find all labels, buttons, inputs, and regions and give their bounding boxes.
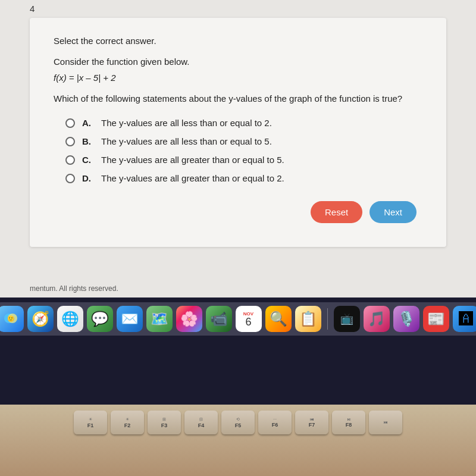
instruction-text: Select the correct answer. bbox=[54, 36, 422, 46]
option-row-d[interactable]: D. The y-values are all greater than or … bbox=[65, 173, 422, 183]
dock-podcasts-icon[interactable]: 🎙️ bbox=[393, 306, 419, 332]
key-f6[interactable]: ··· F6 bbox=[258, 411, 292, 434]
radio-d[interactable] bbox=[65, 174, 75, 183]
key-f1[interactable]: ☀ F1 bbox=[74, 411, 107, 434]
dock-chrome-icon[interactable]: 🌐 bbox=[57, 306, 83, 332]
dock: 🙂 🧭 🌐 💬 ✉️ 🗺️ bbox=[0, 302, 476, 336]
option-text-b: The y-values are all less than or equal … bbox=[101, 136, 272, 146]
question-card: 4 Select the correct answer. Consider th… bbox=[30, 18, 446, 247]
option-label-d: D. bbox=[82, 173, 94, 183]
radio-a[interactable] bbox=[65, 118, 75, 128]
question-number: 4 bbox=[30, 4, 35, 14]
key-f5[interactable]: ⟲ F5 bbox=[221, 411, 255, 434]
option-row-b[interactable]: B. The y-values are all less than or equ… bbox=[65, 136, 422, 146]
radio-c[interactable] bbox=[65, 155, 75, 165]
function-text: f(x) = |x – 5| + 2 bbox=[54, 73, 422, 83]
buttons-row: Reset Next bbox=[54, 201, 422, 223]
dock-spotlight-icon[interactable]: 🔍 bbox=[265, 306, 292, 332]
svg-text:🙂: 🙂 bbox=[7, 315, 15, 322]
dock-facetime-icon[interactable]: 📹 bbox=[206, 306, 232, 332]
key-f4[interactable]: ⊟ F4 bbox=[184, 411, 218, 434]
key-f7[interactable]: ⏮ F7 bbox=[295, 411, 328, 434]
dock-notes-icon[interactable]: 📋 bbox=[295, 306, 321, 332]
option-text-d: The y-values are all greater than or equ… bbox=[101, 173, 284, 183]
dock-divider bbox=[327, 308, 328, 330]
dock-photos-icon[interactable]: 🌸 bbox=[176, 306, 202, 332]
dock-music-icon[interactable]: 🎵 bbox=[364, 306, 390, 332]
key-f2[interactable]: ☀ F2 bbox=[111, 411, 144, 434]
option-label-c: C. bbox=[82, 155, 94, 165]
dock-appletv-icon[interactable]: 📺 bbox=[334, 306, 360, 332]
option-text-c: The y-values are all greater than or equ… bbox=[101, 155, 284, 165]
next-button[interactable]: Next bbox=[369, 201, 416, 223]
key-f8[interactable]: ⏯ F8 bbox=[332, 411, 365, 434]
radio-b[interactable] bbox=[65, 137, 75, 146]
option-text-a: The y-values are all less than or equal … bbox=[101, 118, 272, 128]
dock-maps-icon[interactable]: 🗺️ bbox=[146, 306, 173, 332]
dock-bar: 🙂 🧭 🌐 💬 ✉️ 🗺️ bbox=[0, 298, 476, 405]
key-f3[interactable]: ⊞ F3 bbox=[148, 411, 181, 434]
consider-text: Consider the function given below. bbox=[54, 57, 422, 67]
reset-button[interactable]: Reset bbox=[311, 201, 362, 223]
calendar-day: 6 bbox=[245, 317, 251, 327]
dock-messages-icon[interactable]: 💬 bbox=[87, 306, 113, 332]
dock-news-icon[interactable]: 📰 bbox=[423, 306, 449, 332]
dock-finder-icon[interactable]: 🙂 bbox=[0, 306, 24, 332]
question-text: Which of the following statements about … bbox=[54, 93, 422, 104]
dock-calendar-icon[interactable]: NOV 6 bbox=[236, 306, 262, 332]
dock-appstore-icon[interactable]: 🅰 bbox=[453, 306, 477, 332]
option-label-b: B. bbox=[82, 136, 94, 146]
dock-safari-icon[interactable]: 🧭 bbox=[27, 306, 54, 332]
options-list: A. The y-values are all less than or equ… bbox=[65, 118, 422, 183]
key-f9[interactable]: ⏭ bbox=[369, 411, 402, 434]
keyboard-area: ☀ F1 ☀ F2 ⊞ F3 ⊟ F4 ⟲ F5 ··· F6 ⏮ F7 ⏯ F bbox=[0, 405, 476, 476]
option-row-c[interactable]: C. The y-values are all greater than or … bbox=[65, 155, 422, 165]
option-row-a[interactable]: A. The y-values are all less than or equ… bbox=[65, 118, 422, 128]
option-label-a: A. bbox=[82, 118, 94, 128]
footer-copyright: mentum. All rights reserved. bbox=[0, 280, 476, 298]
dock-mail-icon[interactable]: ✉️ bbox=[117, 306, 143, 332]
